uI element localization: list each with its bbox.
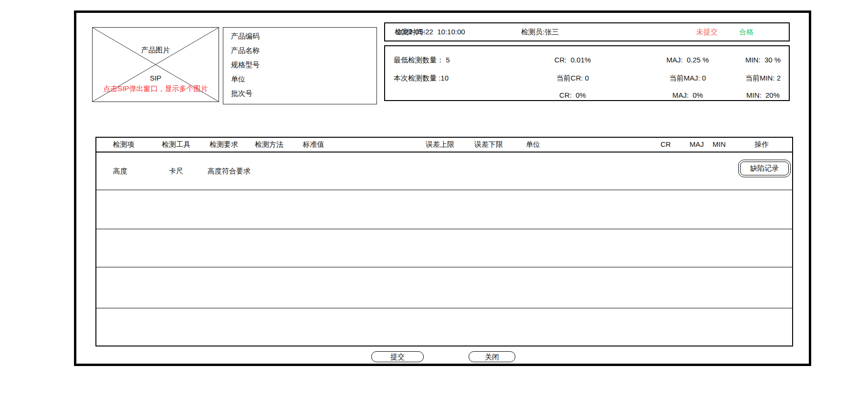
stat-current-qty: 本次检测数量 :10 — [394, 73, 449, 83]
product-info-panel: 产品编码 产品名称 规格型号 单位 批次号 — [223, 27, 377, 104]
stats-panel: 最低检测数量： 5 CR: 0.01% MAJ: 0.25 % MIN: 30 … — [384, 45, 790, 101]
stats-row: CR: 0% MAJ: 0% MIN: 20% — [385, 90, 789, 101]
table-row-empty — [96, 190, 792, 230]
submit-button[interactable]: 提交 — [371, 351, 424, 362]
column-header-action: 操作 — [754, 140, 769, 149]
product-info-field-batch: 批次号 — [231, 89, 376, 98]
product-image-label: 产品图片 — [93, 46, 219, 55]
product-info-field-code: 产品编码 — [231, 32, 376, 41]
stat-maj-rate: MAJ: 0% — [672, 90, 703, 101]
defect-record-button[interactable]: 缺陷记录 — [738, 160, 791, 177]
status-qualified: 合格 — [739, 23, 753, 41]
stat-min-rate: MIN: 20% — [746, 90, 780, 101]
column-header-requirement: 检测要求 — [209, 140, 238, 149]
inspection-time: 检测时间: 2022-05-22 10:10:00 — [395, 23, 397, 41]
stat-cr-rate: CR: 0% — [559, 90, 586, 101]
window-frame: 产品图片 SIP 点击SIP弹出窗口，显示多个图片 产品编码 产品名称 规格型号… — [74, 10, 811, 366]
sip-note: 点击SIP弹出窗口，显示多个图片 — [93, 84, 219, 93]
column-header-lower: 误差下限 — [474, 140, 503, 149]
stat-min-qty: 最低检测数量： 5 — [394, 55, 450, 65]
table-header-row: 检测项 检测工具 检测要求 检测方法 标准值 误差上限 误差下限 单位 CR M… — [96, 138, 792, 153]
stat-maj-limit: MAJ: 0.25 % — [666, 55, 709, 65]
column-header-standard: 标准值 — [303, 140, 324, 149]
sip-link[interactable]: SIP — [93, 74, 219, 82]
column-header-unit: 单位 — [526, 140, 540, 149]
stat-current-cr: 当前CR: 0 — [556, 73, 589, 83]
stat-min-limit: MIN: 30 % — [745, 55, 781, 65]
product-info-field-spec: 规格型号 — [231, 61, 376, 70]
table-row-empty — [96, 308, 792, 345]
column-header-upper: 误差上限 — [426, 140, 454, 149]
cell-item: 高度 — [113, 167, 127, 176]
stat-current-maj: 当前MAJ: 0 — [669, 73, 706, 83]
close-button[interactable]: 关闭 — [469, 351, 515, 362]
column-header-cr: CR — [660, 140, 671, 148]
column-header-tool: 检测工具 — [162, 140, 190, 149]
table-row-empty — [96, 267, 792, 309]
column-header-item: 检测项 — [113, 140, 135, 149]
cell-tool: 卡尺 — [169, 167, 183, 176]
column-header-maj: MAJ — [690, 140, 704, 148]
stat-current-min: 当前MIN: 2 — [745, 73, 781, 83]
product-info-field-unit: 单位 — [231, 75, 376, 84]
inspection-table: 检测项 检测工具 检测要求 检测方法 标准值 误差上限 误差下限 单位 CR M… — [95, 137, 793, 346]
stat-cr-limit: CR: 0.01% — [554, 55, 591, 65]
stats-row: 本次检测数量 :10 当前CR: 0 当前MAJ: 0 当前MIN: 2 — [385, 73, 789, 83]
stats-row: 最低检测数量： 5 CR: 0.01% MAJ: 0.25 % MIN: 30 … — [385, 55, 789, 65]
table-row: 高度 卡尺 高度符合要求 缺陷记录 — [96, 153, 792, 190]
cell-requirement: 高度符合要求 — [208, 167, 251, 176]
inspector-name: 检测员:张三 — [521, 23, 559, 41]
column-header-method: 检测方法 — [255, 140, 283, 149]
product-info-field-name: 产品名称 — [231, 46, 376, 55]
status-unsubmitted: 未提交 — [696, 23, 718, 41]
inspection-time-value: 2022-05-22 10:10:00 — [397, 23, 465, 41]
inspection-header-panel: 检测时间: 2022-05-22 10:10:00 检测员:张三 未提交 合格 — [384, 22, 790, 41]
column-header-min: MIN — [712, 140, 726, 148]
product-image-placeholder[interactable]: 产品图片 SIP 点击SIP弹出窗口，显示多个图片 — [92, 27, 219, 102]
table-row-empty — [96, 229, 792, 267]
